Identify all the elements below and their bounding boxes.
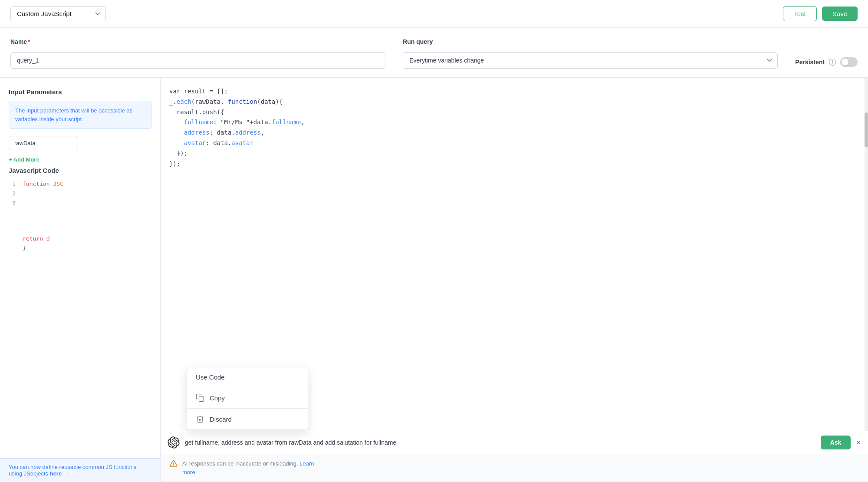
add-more-button[interactable]: + Add More xyxy=(9,156,39,163)
input-params-title: Input Parameters xyxy=(9,88,151,96)
copy-icon xyxy=(196,393,204,402)
name-label: Name* xyxy=(10,38,385,45)
two-column-layout: Input Parameters The input parameters th… xyxy=(0,78,868,482)
code-line-2: 2 xyxy=(9,189,151,198)
persistent-label: Persistent xyxy=(795,59,825,66)
warning-learn-more-link[interactable]: Learn xyxy=(299,460,314,467)
name-input[interactable] xyxy=(10,52,385,69)
persistent-toggle[interactable] xyxy=(840,57,858,67)
run-query-label: Run query xyxy=(403,38,778,45)
name-column: Name* xyxy=(10,38,385,69)
ai-icon xyxy=(168,436,180,449)
code-line-brace: } xyxy=(9,244,151,253)
copy-item[interactable]: Copy xyxy=(187,387,308,408)
input-params-info: The input parameters that will be access… xyxy=(9,101,151,129)
warning-more-link[interactable]: more xyxy=(182,469,195,475)
discard-icon xyxy=(196,415,204,423)
bottom-link-bar[interactable]: You can now define reusable common JS fu… xyxy=(0,458,160,482)
warning-bar: AI responses can be inaccurate or mislea… xyxy=(161,454,868,482)
run-query-column: Run query Everytime variables change Man… xyxy=(403,38,778,69)
code-line-return: return d xyxy=(9,234,151,244)
code-line-1: 1 function JSC xyxy=(9,179,151,189)
run-query-select[interactable]: Everytime variables change Manually On p… xyxy=(403,52,778,69)
scrollbar-thumb[interactable] xyxy=(865,112,868,147)
name-row: Name* Run query Everytime variables chan… xyxy=(0,28,868,78)
persistent-column: Persistent i xyxy=(795,57,858,69)
bottom-link-text: You can now define reusable common JS fu… xyxy=(9,464,136,477)
ai-prompt-input[interactable] xyxy=(185,439,815,446)
type-select[interactable]: Custom JavaScript REST API GraphQL Datab… xyxy=(10,6,106,21)
required-star: * xyxy=(28,38,30,45)
close-prompt-button[interactable]: × xyxy=(856,438,861,447)
top-bar: Custom JavaScript REST API GraphQL Datab… xyxy=(0,0,868,28)
discard-item[interactable]: Discard xyxy=(187,409,308,429)
warning-text: AI responses can be inaccurate or mislea… xyxy=(182,459,314,476)
param-input-rawdata[interactable] xyxy=(9,136,78,150)
use-code-item[interactable]: Use Code xyxy=(187,367,308,387)
top-bar-actions: Test Save xyxy=(783,6,858,21)
warning-icon xyxy=(169,460,178,469)
test-button[interactable]: Test xyxy=(783,6,817,21)
ask-button[interactable]: Ask xyxy=(821,436,851,449)
bottom-link-action[interactable]: here → xyxy=(50,470,69,477)
main-container: Custom JavaScript REST API GraphQL Datab… xyxy=(0,0,868,482)
code-line-3: 3 xyxy=(9,198,151,208)
sidebar: Input Parameters The input parameters th… xyxy=(0,78,161,482)
save-button[interactable]: Save xyxy=(822,7,858,21)
info-icon: i xyxy=(829,59,836,66)
code-action-menu: Use Code Copy xyxy=(187,367,308,430)
sidebar-code: 1 function JSC 2 3 retu xyxy=(9,179,151,253)
code-content: var result = []; _.each(rawData, functio… xyxy=(169,86,859,169)
svg-rect-0 xyxy=(199,397,204,402)
ai-prompt-bar: Ask × xyxy=(161,431,868,454)
editor-area: var result = []; _.each(rawData, functio… xyxy=(161,78,868,482)
js-code-title: Javascript Code xyxy=(9,167,151,174)
param-row xyxy=(9,136,151,150)
scrollbar-track xyxy=(865,78,868,431)
